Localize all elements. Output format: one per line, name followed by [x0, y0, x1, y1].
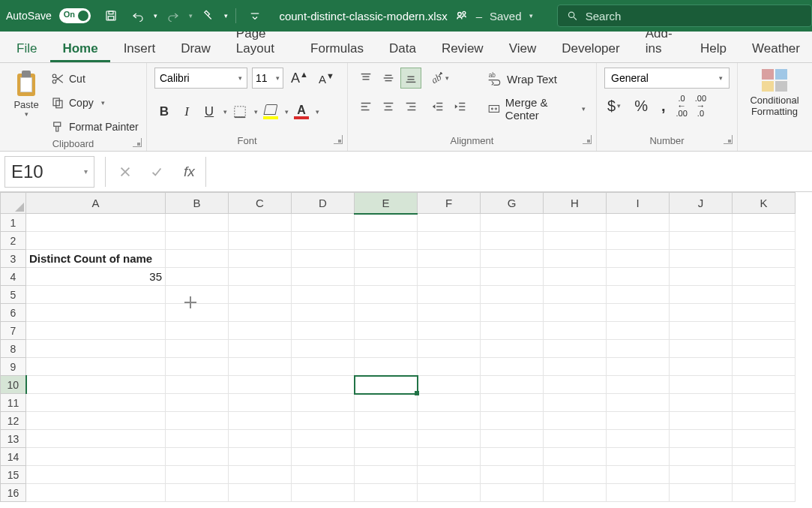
cell-B7[interactable]: [166, 322, 229, 340]
cell-K15[interactable]: [733, 466, 796, 484]
cell-D13[interactable]: [292, 430, 355, 448]
cell-E7[interactable]: [355, 322, 418, 340]
cell-E2[interactable]: [355, 232, 418, 250]
cell-H12[interactable]: [544, 412, 607, 430]
row-header-9[interactable]: 9: [1, 358, 26, 376]
tab-home[interactable]: Home: [50, 34, 109, 62]
cell-I4[interactable]: [607, 268, 670, 286]
cell-D10[interactable]: [292, 376, 355, 394]
cell-G2[interactable]: [481, 232, 544, 250]
cell-B4[interactable]: [166, 268, 229, 286]
undo-dropdown[interactable]: ▾: [154, 12, 157, 20]
cell-C1[interactable]: [229, 214, 292, 232]
cell-C6[interactable]: [229, 304, 292, 322]
tab-draw[interactable]: Draw: [169, 34, 223, 62]
cell-H1[interactable]: [544, 214, 607, 232]
decrease-decimal-button[interactable]: .00→.0: [695, 95, 706, 117]
cell-F9[interactable]: [418, 358, 481, 376]
cell-J2[interactable]: [670, 232, 733, 250]
cell-H5[interactable]: [544, 286, 607, 304]
cell-C7[interactable]: [229, 322, 292, 340]
cell-E12[interactable]: [355, 412, 418, 430]
cell-F1[interactable]: [418, 214, 481, 232]
cell-G15[interactable]: [481, 466, 544, 484]
row-header-5[interactable]: 5: [1, 286, 26, 304]
redo-dropdown[interactable]: ▾: [189, 12, 193, 20]
align-bottom-button[interactable]: [400, 68, 421, 89]
align-top-button[interactable]: [355, 68, 376, 89]
tab-help[interactable]: Help: [688, 34, 739, 62]
copy-dropdown[interactable]: ▾: [101, 99, 105, 107]
undo-button[interactable]: [127, 5, 149, 27]
wrap-text-button[interactable]: ab Wrap Text: [484, 68, 589, 90]
cell-K13[interactable]: [733, 430, 796, 448]
cell-A13[interactable]: [26, 430, 166, 448]
cell-E8[interactable]: [355, 340, 418, 358]
cell-J13[interactable]: [670, 430, 733, 448]
cell-D14[interactable]: [292, 448, 355, 466]
cell-K6[interactable]: [733, 304, 796, 322]
orientation-dropdown[interactable]: ▾: [445, 74, 449, 82]
decrease-indent-button[interactable]: [427, 96, 448, 117]
cell-E6[interactable]: [355, 304, 418, 322]
cell-B10[interactable]: [166, 376, 229, 394]
column-header-F[interactable]: F: [418, 193, 481, 214]
cell-F4[interactable]: [418, 268, 481, 286]
cell-F7[interactable]: [418, 322, 481, 340]
copy-button[interactable]: Copy ▾: [51, 93, 139, 113]
column-header-B[interactable]: B: [166, 193, 229, 214]
cell-D5[interactable]: [292, 286, 355, 304]
tab-file[interactable]: File: [4, 34, 49, 62]
cell-J3[interactable]: [670, 250, 733, 268]
cell-F8[interactable]: [418, 340, 481, 358]
row-header-2[interactable]: 2: [1, 232, 26, 250]
cell-C2[interactable]: [229, 232, 292, 250]
cell-A4[interactable]: 35: [26, 268, 166, 286]
search-input[interactable]: [586, 10, 802, 23]
cell-I7[interactable]: [607, 322, 670, 340]
cell-H13[interactable]: [544, 430, 607, 448]
cell-F5[interactable]: [418, 286, 481, 304]
font-launcher[interactable]: [334, 135, 343, 144]
cell-D9[interactable]: [292, 358, 355, 376]
row-header-12[interactable]: 12: [1, 412, 26, 430]
cell-J16[interactable]: [670, 484, 733, 502]
cell-G7[interactable]: [481, 322, 544, 340]
cell-I12[interactable]: [607, 412, 670, 430]
merge-center-button[interactable]: Merge & Center ▾: [484, 98, 589, 120]
save-button[interactable]: [100, 5, 122, 27]
cell-A5[interactable]: [26, 286, 166, 304]
cell-A11[interactable]: [26, 394, 166, 412]
font-color-dropdown[interactable]: ▾: [316, 108, 319, 116]
tab-data[interactable]: Data: [377, 34, 428, 62]
cell-I6[interactable]: [607, 304, 670, 322]
bold-button[interactable]: B: [154, 102, 174, 122]
cell-B3[interactable]: [166, 250, 229, 268]
italic-button[interactable]: I: [177, 102, 196, 122]
cell-D12[interactable]: [292, 412, 355, 430]
align-center-button[interactable]: [378, 96, 399, 117]
row-header-3[interactable]: 3: [1, 250, 26, 268]
cell-A7[interactable]: [26, 322, 166, 340]
cell-H8[interactable]: [544, 340, 607, 358]
format-painter-button[interactable]: Format Painter: [51, 117, 139, 137]
cell-I8[interactable]: [607, 340, 670, 358]
cell-I9[interactable]: [607, 358, 670, 376]
cell-B2[interactable]: [166, 232, 229, 250]
column-header-K[interactable]: K: [733, 193, 796, 214]
cell-K7[interactable]: [733, 322, 796, 340]
tab-view[interactable]: View: [497, 34, 549, 62]
cell-K9[interactable]: [733, 358, 796, 376]
cell-K3[interactable]: [733, 250, 796, 268]
cell-F16[interactable]: [418, 484, 481, 502]
cell-I10[interactable]: [607, 376, 670, 394]
cell-F10[interactable]: [418, 376, 481, 394]
cell-F13[interactable]: [418, 430, 481, 448]
cell-J14[interactable]: [670, 448, 733, 466]
merge-dropdown[interactable]: ▾: [582, 105, 586, 113]
accounting-button[interactable]: $▾: [604, 96, 624, 116]
row-header-15[interactable]: 15: [1, 466, 26, 484]
search-box[interactable]: [557, 5, 812, 27]
cell-H10[interactable]: [544, 376, 607, 394]
cell-B11[interactable]: [166, 394, 229, 412]
